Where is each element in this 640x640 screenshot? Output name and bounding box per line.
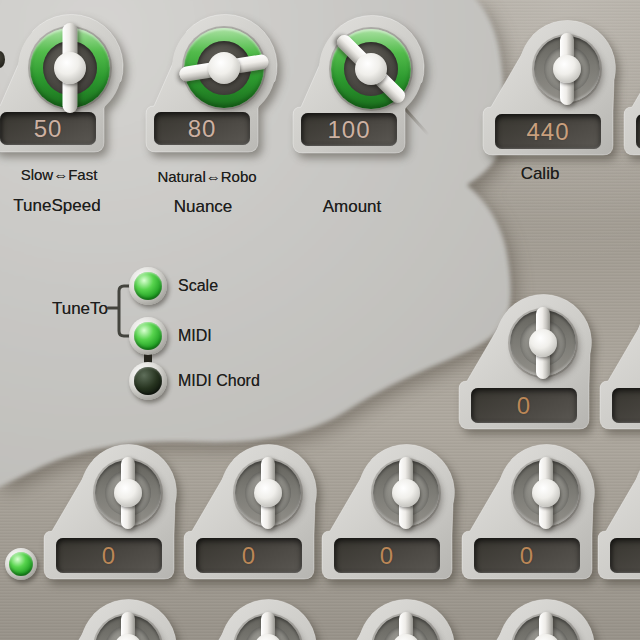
row1-k4-control: 0 bbox=[462, 445, 592, 585]
knob-dome bbox=[208, 52, 240, 84]
tunespeed-knob[interactable] bbox=[18, 16, 122, 120]
row1-k2-value: 0 bbox=[242, 544, 256, 568]
nuance-label: Nuance bbox=[174, 197, 233, 217]
tunespeed-control: 50 bbox=[0, 22, 104, 156]
row1-k4-display: 0 bbox=[474, 538, 580, 573]
row2-k1-control bbox=[44, 600, 174, 640]
amount-control: 100 bbox=[293, 23, 405, 157]
calib-value: 440 bbox=[526, 120, 569, 144]
row1-k1-display: 0 bbox=[56, 538, 162, 573]
knob-dome bbox=[392, 479, 420, 507]
tuneto-scale-label: Scale bbox=[178, 277, 218, 295]
detune-mid-control: 0 bbox=[459, 295, 589, 435]
tuneto-midi-led[interactable] bbox=[129, 317, 167, 355]
nuance-control: 80 bbox=[146, 22, 258, 156]
knob-plate bbox=[624, 21, 640, 173]
mid-right-partial-control bbox=[600, 295, 640, 435]
knob-plate bbox=[598, 445, 640, 597]
activity-led bbox=[5, 548, 37, 580]
row1-k3-display: 0 bbox=[334, 538, 440, 573]
calib-display: 440 bbox=[495, 114, 601, 149]
tunespeed-range-label: Slow⇔Fast bbox=[21, 166, 98, 183]
row1-k3-control: 0 bbox=[322, 445, 452, 585]
row1-k1-value: 0 bbox=[102, 544, 116, 568]
top-right-partial-control bbox=[624, 21, 640, 161]
knob-dome bbox=[532, 479, 560, 507]
nuance-knob[interactable] bbox=[172, 16, 276, 120]
calib-control: 440 bbox=[483, 21, 613, 161]
tunespeed-value: 50 bbox=[34, 117, 63, 141]
tunespeed-label: TuneSpeed bbox=[13, 196, 100, 216]
row1-k3-knob[interactable] bbox=[358, 445, 454, 541]
row1-k3-value: 0 bbox=[380, 544, 394, 568]
amount-value: 100 bbox=[327, 118, 370, 142]
tuneto-label: TuneTo bbox=[20, 299, 108, 319]
detune-mid-value: 0 bbox=[517, 394, 531, 418]
tuneto-scale-led[interactable] bbox=[129, 267, 167, 305]
nuance-range-label: Natural⇔Robo bbox=[157, 168, 256, 185]
knob-dome bbox=[254, 479, 282, 507]
nuance-value: 80 bbox=[188, 117, 217, 141]
row1-k2-knob[interactable] bbox=[220, 445, 316, 541]
tuneto-midichord-led[interactable] bbox=[129, 362, 167, 400]
mid-right-partial-display bbox=[612, 388, 640, 423]
tuneto-midichord-label: MIDI Chord bbox=[178, 372, 260, 390]
row1-k1-knob[interactable] bbox=[80, 445, 176, 541]
row1-k5-partial-control bbox=[598, 445, 640, 585]
row1-k5-partial-display bbox=[610, 538, 640, 573]
row2-k3-control bbox=[322, 600, 452, 640]
detune-mid-display: 0 bbox=[471, 388, 577, 423]
knob-dome bbox=[54, 52, 86, 84]
row1-k2-control: 0 bbox=[184, 445, 314, 585]
tuneto-midi-label: MIDI bbox=[178, 327, 212, 345]
row1-k2-display: 0 bbox=[196, 538, 302, 573]
amount-label: Amount bbox=[323, 197, 382, 217]
knob-dome bbox=[355, 53, 387, 85]
calib-knob[interactable] bbox=[519, 21, 615, 117]
calib-label: Calib bbox=[521, 164, 560, 184]
row2-k4-control bbox=[462, 600, 592, 640]
row1-k4-value: 0 bbox=[520, 544, 534, 568]
plugin-panel: TuneTo Scale MIDI MIDI Chord 50801004400… bbox=[0, 0, 640, 640]
row1-k4-knob[interactable] bbox=[498, 445, 594, 541]
knob-dome bbox=[529, 329, 557, 357]
detune-mid-knob[interactable] bbox=[495, 295, 591, 391]
knob-dome bbox=[114, 479, 142, 507]
top-right-partial-display bbox=[636, 114, 640, 149]
row1-k1-control: 0 bbox=[44, 445, 174, 585]
amount-knob[interactable] bbox=[319, 17, 423, 121]
knob-dome bbox=[553, 55, 581, 83]
knob-plate bbox=[600, 295, 640, 447]
row2-k2-control bbox=[184, 600, 314, 640]
